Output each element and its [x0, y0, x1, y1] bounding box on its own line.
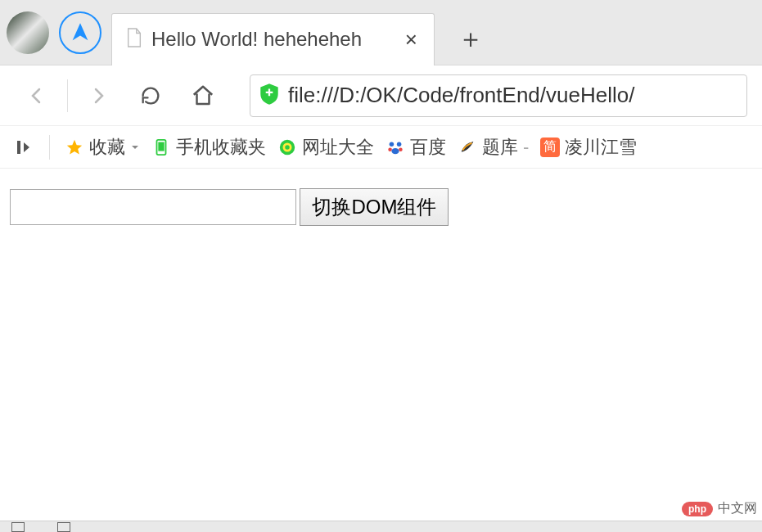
tab-title: Hello World! heheheheh [151, 28, 394, 51]
svg-point-7 [397, 142, 402, 147]
watermark: php 中文网 [682, 500, 757, 517]
tiku-item[interactable]: 题库 - [458, 135, 529, 160]
tiku-label: 题库 [482, 135, 518, 160]
page-icon [125, 27, 143, 52]
jian-icon: 简 [540, 138, 560, 157]
baidu-item[interactable]: 百度 [386, 135, 446, 160]
svg-rect-0 [17, 141, 20, 154]
page-content: 切换DOM组件 [0, 169, 762, 246]
bookmark-bar: 收藏 手机收藏夹 网址大全 百度 题库 - 简 凌川江雪 [0, 126, 762, 169]
lingchuan-label: 凌川江雪 [565, 135, 637, 160]
site-directory-label: 网址大全 [302, 135, 374, 160]
chevron-down-icon [130, 142, 140, 152]
url-text: file:///D:/OK/Code/frontEnd/vueHello/ [288, 83, 634, 108]
navbar: file:///D:/OK/Code/frontEnd/vueHello/ [0, 65, 762, 126]
svg-rect-2 [158, 142, 164, 151]
new-tab-button[interactable]: ＋ [444, 13, 497, 65]
avatar[interactable] [7, 11, 49, 54]
url-bar[interactable]: file:///D:/OK/Code/frontEnd/vueHello/ [250, 74, 747, 117]
compass-icon[interactable] [59, 11, 101, 54]
tab-active[interactable]: Hello World! heheheheh × [111, 13, 435, 65]
devtools-toggle-icon[interactable] [11, 522, 25, 532]
site-directory-item[interactable]: 网址大全 [277, 135, 374, 160]
globe-ball-icon [277, 138, 297, 157]
mobile-favorites-item[interactable]: 手机收藏夹 [151, 135, 266, 160]
favorites-label: 收藏 [89, 135, 125, 160]
paw-icon [386, 138, 405, 157]
toggle-dom-button[interactable]: 切换DOM组件 [300, 188, 449, 226]
svg-point-10 [391, 147, 399, 153]
mobile-favorites-label: 手机收藏夹 [176, 135, 266, 160]
text-input[interactable] [10, 189, 296, 225]
php-badge-icon: php [682, 502, 713, 516]
refresh-button[interactable] [129, 74, 173, 118]
watermark-text: 中文网 [718, 500, 757, 517]
titlebar: Hello World! heheheheh × ＋ [0, 0, 762, 65]
svg-point-8 [388, 147, 392, 151]
star-icon [65, 138, 84, 157]
sidebar-toggle-button[interactable] [15, 138, 34, 157]
close-icon[interactable]: × [402, 27, 421, 52]
home-button[interactable] [181, 74, 225, 118]
devtools-dock-icon[interactable] [57, 522, 70, 532]
phone-icon [151, 138, 171, 157]
tiku-suffix: - [523, 137, 529, 158]
svg-point-9 [399, 147, 403, 151]
forward-button[interactable] [76, 74, 120, 118]
lingchuan-item[interactable]: 简 凌川江雪 [540, 135, 637, 160]
baidu-label: 百度 [410, 135, 446, 160]
bookmark-separator [49, 135, 50, 160]
shield-icon [259, 82, 280, 110]
swoosh-icon [458, 138, 477, 157]
svg-point-6 [390, 142, 395, 147]
nav-separator [67, 79, 68, 112]
favorites-item[interactable]: 收藏 [65, 135, 140, 160]
svg-point-5 [285, 145, 290, 150]
back-button[interactable] [15, 74, 59, 118]
bottom-bar [0, 521, 762, 532]
